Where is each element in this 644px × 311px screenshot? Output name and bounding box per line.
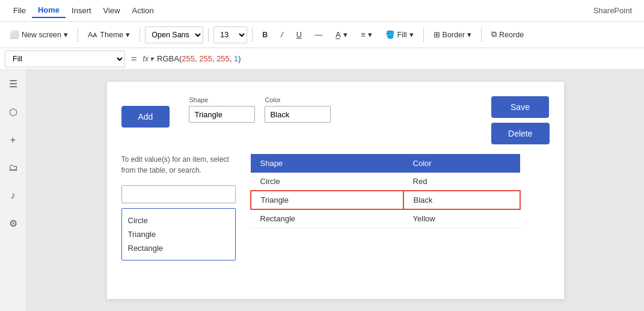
rgba-label: RGBA( (157, 54, 182, 63)
theme-icon: Aᴀ (88, 30, 97, 39)
separator-5 (423, 28, 424, 42)
underline-button[interactable]: U (292, 28, 307, 42)
fx-label: fx (143, 55, 149, 63)
table-cell-color: Red (403, 173, 520, 191)
save-button[interactable]: Save (491, 96, 549, 118)
list-item-rectangle[interactable]: Rectangle (127, 241, 230, 255)
color-input[interactable] (265, 106, 331, 123)
table-header-color: Color (403, 154, 520, 173)
table-header-shape: Shape (251, 154, 403, 173)
font-size-select[interactable]: 13 (213, 26, 247, 43)
menu-home[interactable]: Home (32, 3, 66, 18)
strikethrough-icon: — (315, 31, 323, 39)
shape-input[interactable] (189, 106, 255, 123)
top-row: Add Shape Color Save Delete (121, 96, 550, 144)
left-column: To edit value(s) for an item, select fro… (121, 154, 236, 260)
theme-button[interactable]: Aᴀ Theme ▾ (83, 28, 135, 42)
rgba-comma3: , (230, 54, 234, 63)
list-item-circle[interactable]: Circle (127, 214, 230, 227)
align-icon: ≡ (361, 31, 365, 39)
fx-chevron-icon: ▾ (150, 54, 153, 63)
menu-view[interactable]: View (97, 4, 126, 17)
screen-icon: ⬜ (10, 30, 19, 39)
italic-icon: / (281, 31, 283, 39)
sidebar: ☰ ⬡ + 🗂 ♪ ⚙ (0, 70, 26, 311)
list-box: Circle Triangle Rectangle (121, 208, 236, 260)
fx-button[interactable]: fx ▾ (143, 54, 153, 63)
media-icon[interactable]: ♪ (7, 186, 19, 205)
table-row[interactable]: Circle Red (251, 173, 520, 191)
color-label: Color (265, 96, 331, 103)
font-select[interactable]: Open Sans (145, 26, 203, 43)
formula-bar: Fill = fx ▾ RGBA(255, 255, 255, 1) (0, 48, 644, 70)
separator-1 (78, 28, 78, 42)
add-button[interactable]: Add (121, 106, 170, 128)
fill-chevron-icon: ▾ (409, 30, 414, 39)
table-cell-shape: Circle (251, 173, 403, 191)
equals-sign: = (129, 54, 139, 64)
border-icon: ⊞ (434, 30, 440, 39)
shape-field-group: Shape (189, 96, 255, 123)
separator-6 (481, 28, 482, 42)
font-color-chevron-icon: ▾ (343, 30, 348, 39)
rgba-b: 255 (216, 54, 230, 63)
italic-button[interactable]: / (276, 28, 287, 42)
separator-3 (208, 28, 209, 42)
menu-file[interactable]: File (7, 4, 32, 17)
toolbar: ⬜ New screen ▾ Aᴀ Theme ▾ Open Sans 13 B… (0, 22, 644, 48)
canvas-area: Add Shape Color Save Delete (26, 70, 644, 311)
theme-label: Theme (100, 31, 123, 39)
table-cell-shape: Triangle (251, 191, 403, 209)
align-button[interactable]: ≡ ▾ (356, 28, 376, 42)
bottom-row: To edit value(s) for an item, select fro… (121, 154, 550, 260)
main-layout: ☰ ⬡ + 🗂 ♪ ⚙ Add Shape Color (0, 70, 644, 311)
delete-button[interactable]: Delete (491, 123, 549, 144)
menu-insert[interactable]: Insert (66, 4, 97, 17)
theme-chevron-icon: ▾ (126, 30, 130, 39)
rgba-close: ) (238, 54, 241, 63)
formula-field-select[interactable]: Fill (5, 51, 125, 67)
reorder-icon: ⧉ (491, 30, 497, 39)
hamburger-icon[interactable]: ☰ (5, 75, 21, 93)
data-icon[interactable]: 🗂 (5, 159, 22, 177)
fill-label: Fill (397, 31, 407, 39)
separator-2 (140, 28, 140, 42)
table-cell-color: Yellow (403, 209, 520, 228)
data-table: Shape Color Circle Red Triangle Bl (250, 154, 521, 228)
top-actions: Save Delete (491, 96, 549, 144)
instruction-text: To edit value(s) for an item, select fro… (121, 154, 230, 176)
fill-button[interactable]: 🪣 Fill ▾ (381, 28, 419, 42)
border-chevron-icon: ▾ (467, 30, 471, 39)
table-row[interactable]: Rectangle Yellow (251, 209, 520, 228)
menu-bar: File Home Insert View Action SharePoint (0, 0, 644, 22)
bold-icon: B (262, 31, 268, 39)
formula-content: RGBA(255, 255, 255, 1) (157, 54, 241, 63)
reorder-button[interactable]: ⧉ Reorde (486, 28, 529, 42)
bold-button[interactable]: B (257, 28, 272, 42)
border-label: Border (443, 31, 465, 39)
underline-icon: U (296, 31, 302, 39)
app-name: SharePoint (593, 6, 637, 15)
separator-4 (252, 28, 253, 42)
menu-action[interactable]: Action (126, 4, 160, 17)
font-color-button[interactable]: A̲ ▾ (331, 28, 352, 42)
align-chevron-icon: ▾ (368, 30, 372, 39)
reorder-label: Reorde (499, 31, 524, 39)
canvas-content: Add Shape Color Save Delete (107, 82, 564, 299)
search-input[interactable] (121, 185, 236, 203)
shape-label: Shape (189, 96, 255, 103)
table-cell-color: Black (403, 191, 520, 209)
border-button[interactable]: ⊞ Border ▾ (429, 28, 477, 42)
settings-icon[interactable]: ⚙ (5, 214, 21, 233)
new-screen-label: New screen (22, 31, 61, 39)
rgba-g: 255 (199, 54, 212, 63)
strikethrough-button[interactable]: — (310, 28, 328, 42)
new-screen-button[interactable]: ⬜ New screen ▾ (5, 28, 73, 42)
new-screen-chevron-icon: ▾ (64, 30, 68, 39)
table-row-selected[interactable]: Triangle Black (251, 191, 520, 209)
right-column: Shape Color Circle Red Triangle Bl (250, 154, 521, 228)
color-field-group: Color (265, 96, 331, 123)
add-icon[interactable]: + (7, 131, 19, 149)
list-item-triangle[interactable]: Triangle (127, 227, 230, 241)
layers-icon[interactable]: ⬡ (5, 103, 21, 122)
